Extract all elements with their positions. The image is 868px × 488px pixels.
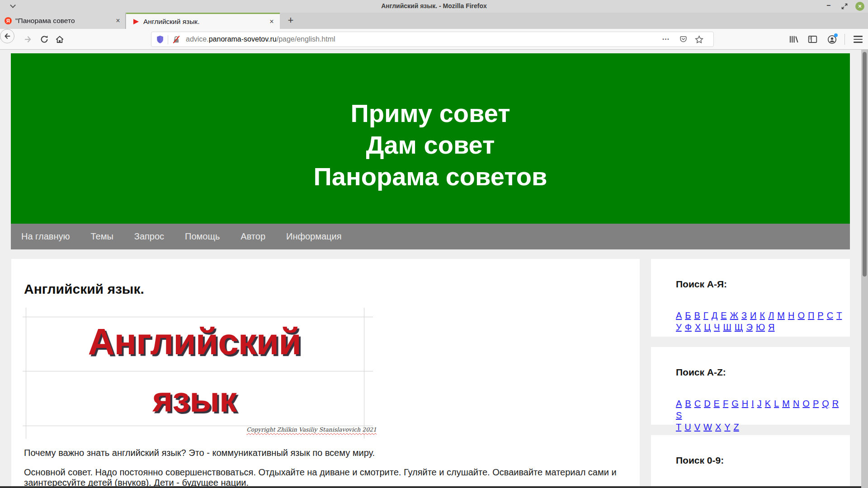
letter-link[interactable]: C bbox=[694, 398, 701, 409]
tab-close-icon[interactable]: × bbox=[114, 17, 122, 24]
letter-link[interactable]: И bbox=[750, 310, 756, 321]
letter-link[interactable]: Я bbox=[768, 322, 774, 333]
letter-link[interactable]: F bbox=[723, 398, 728, 409]
account-button[interactable] bbox=[827, 35, 836, 44]
letter-link[interactable]: N bbox=[793, 398, 799, 409]
letter-link[interactable]: Т bbox=[836, 310, 842, 321]
letter-link[interactable]: Л bbox=[768, 310, 774, 321]
letter-link[interactable]: E bbox=[714, 398, 720, 409]
scrollbar-thumb[interactable] bbox=[863, 52, 867, 277]
page-title: Английский язык. bbox=[24, 282, 640, 297]
search-block-digits: Поиск 0-9: 0123456789 bbox=[651, 435, 850, 488]
letter-link[interactable]: U bbox=[684, 422, 691, 432]
crop-line bbox=[23, 371, 373, 371]
nav-link[interactable]: Запрос bbox=[134, 231, 164, 242]
letter-link[interactable]: A bbox=[676, 398, 682, 409]
close-button[interactable]: × bbox=[855, 2, 864, 11]
menu-button[interactable] bbox=[854, 36, 863, 43]
letter-link[interactable]: Ч bbox=[714, 322, 720, 333]
letter-link[interactable]: M bbox=[782, 398, 790, 409]
crop-line bbox=[23, 317, 373, 317]
letter-index: ABCDEFGHIJKLMNOPQRS TUVWXYZ bbox=[676, 398, 850, 433]
page-actions-icon[interactable]: … bbox=[662, 33, 670, 42]
letter-link[interactable]: Д bbox=[712, 310, 718, 321]
tab-english-active[interactable]: Английский язык. × bbox=[126, 13, 280, 29]
letter-link[interactable]: Э bbox=[746, 322, 753, 333]
letter-link[interactable]: T bbox=[676, 422, 681, 432]
back-button[interactable] bbox=[0, 29, 14, 43]
letter-link[interactable]: Ш bbox=[723, 322, 731, 333]
letter-link[interactable]: О bbox=[797, 310, 805, 321]
letter-link[interactable]: В bbox=[694, 310, 700, 321]
tab-title: "Панорама совето bbox=[15, 17, 114, 25]
letter-link[interactable]: У bbox=[676, 322, 682, 333]
sidebars-button[interactable] bbox=[808, 35, 817, 44]
nav-link[interactable]: На главную bbox=[21, 231, 70, 242]
library-button[interactable] bbox=[789, 35, 798, 44]
search-block-title: Поиск A-Z: bbox=[676, 367, 850, 378]
minimize-button[interactable]: – bbox=[825, 2, 833, 10]
letter-link[interactable]: П bbox=[808, 310, 814, 321]
letter-link[interactable]: W bbox=[703, 422, 712, 432]
nav-link[interactable]: Автор bbox=[241, 231, 265, 242]
url-prefix: advice. bbox=[186, 35, 209, 43]
letter-link[interactable]: Ж bbox=[730, 310, 738, 321]
site-banner: Приму совет Дам совет Панорама советов bbox=[11, 53, 850, 224]
letter-link[interactable]: Y bbox=[724, 422, 730, 432]
letter-link[interactable]: Н bbox=[788, 310, 794, 321]
letter-link[interactable]: R bbox=[832, 398, 839, 409]
banner-line: Дам совет bbox=[11, 129, 850, 161]
url-bar[interactable]: advice.panorama-sovetov.ru/page/english.… bbox=[151, 32, 714, 47]
letter-link[interactable]: J bbox=[757, 398, 762, 409]
letter-link[interactable]: Z bbox=[734, 422, 739, 432]
letter-link[interactable]: D bbox=[704, 398, 710, 409]
letter-link[interactable]: H bbox=[742, 398, 748, 409]
letter-link[interactable]: К bbox=[760, 310, 765, 321]
letter-link[interactable]: I bbox=[751, 398, 754, 409]
letter-link[interactable]: Q bbox=[822, 398, 829, 409]
letter-link[interactable]: Е bbox=[721, 310, 726, 321]
nav-link[interactable]: Информация bbox=[286, 231, 341, 242]
letter-link[interactable]: X bbox=[715, 422, 721, 432]
pocket-icon[interactable] bbox=[679, 36, 687, 43]
bookmark-star-icon[interactable] bbox=[695, 35, 703, 44]
window-titlebar[interactable]: Английский язык. - Mozilla Firefox – × bbox=[0, 0, 868, 13]
tab-close-icon[interactable]: × bbox=[268, 18, 275, 25]
reload-button[interactable] bbox=[40, 35, 49, 44]
letter-link[interactable]: G bbox=[731, 398, 739, 409]
maximize-button[interactable] bbox=[841, 3, 848, 10]
home-icon bbox=[55, 35, 64, 44]
letter-link[interactable]: Ю bbox=[756, 322, 765, 333]
new-tab-button[interactable]: + bbox=[285, 15, 297, 27]
letter-link[interactable]: O bbox=[802, 398, 810, 409]
nav-link[interactable]: Темы bbox=[90, 231, 113, 242]
letter-link[interactable]: S bbox=[676, 410, 682, 421]
forward-button[interactable] bbox=[24, 35, 33, 44]
letter-link[interactable]: Х bbox=[695, 322, 701, 333]
tab-panorama-sovetov[interactable]: Я "Панорама совето × bbox=[0, 13, 126, 29]
letter-link[interactable]: B bbox=[685, 398, 691, 409]
site-nav: На главнуюТемыЗапросПомощьАвторИнформаци… bbox=[11, 224, 850, 249]
letter-link[interactable]: З bbox=[741, 310, 747, 321]
letter-link[interactable]: Ц bbox=[704, 322, 711, 333]
letter-link[interactable]: М bbox=[777, 310, 785, 321]
letter-link[interactable]: Ф bbox=[685, 322, 692, 333]
letter-link[interactable]: L bbox=[774, 398, 779, 409]
letter-link[interactable]: Щ bbox=[735, 322, 743, 333]
letter-link[interactable]: P bbox=[813, 398, 819, 409]
nav-link[interactable]: Помощь bbox=[185, 231, 220, 242]
url-text[interactable]: advice.panorama-sovetov.ru/page/english.… bbox=[186, 35, 335, 43]
letter-link[interactable]: V bbox=[694, 422, 700, 432]
insecure-lock-icon[interactable] bbox=[172, 35, 180, 44]
letter-link[interactable]: K bbox=[765, 398, 771, 409]
letter-link[interactable]: С bbox=[827, 310, 833, 321]
home-button[interactable] bbox=[55, 35, 64, 44]
letter-link[interactable]: Б bbox=[685, 310, 691, 321]
page-scrollbar[interactable] bbox=[861, 50, 868, 488]
yandex-icon: Я bbox=[5, 17, 12, 24]
screen-bottom-edge bbox=[0, 486, 861, 488]
letter-link[interactable]: Г bbox=[703, 310, 708, 321]
letter-link[interactable]: А bbox=[676, 310, 682, 321]
tracking-protection-shield-icon[interactable] bbox=[156, 35, 164, 44]
letter-link[interactable]: Р bbox=[817, 310, 823, 321]
